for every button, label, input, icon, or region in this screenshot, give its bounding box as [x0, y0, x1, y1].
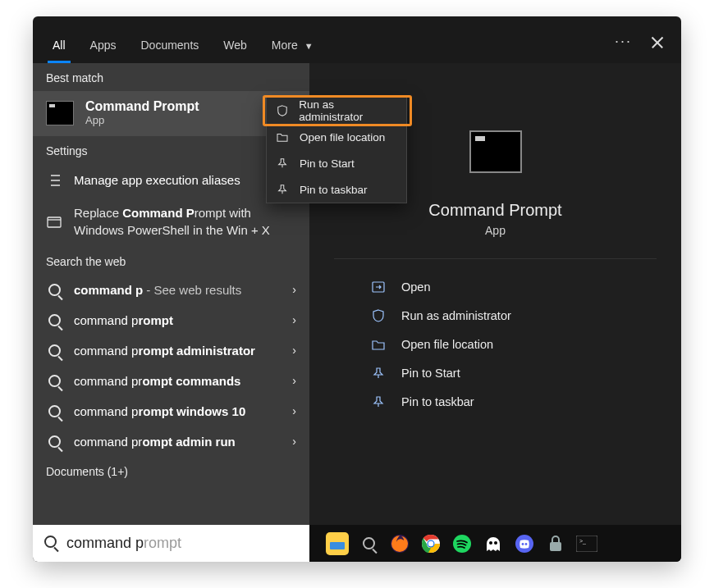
- web-result[interactable]: command prompt windows 10 ›: [33, 396, 309, 426]
- tab-web[interactable]: Web: [220, 39, 250, 63]
- svg-point-17: [494, 541, 497, 545]
- action-open[interactable]: Open: [372, 272, 665, 301]
- svg-rect-6: [48, 217, 61, 227]
- action-pin-taskbar[interactable]: Pin to taskbar: [372, 387, 665, 416]
- tab-more[interactable]: More ▼: [268, 39, 317, 63]
- web-result-label: command prompt administrator: [74, 344, 281, 358]
- web-result[interactable]: command prompt commands ›: [33, 366, 309, 396]
- search-icon: [46, 375, 62, 387]
- preview-subtitle: App: [309, 224, 681, 237]
- search-icon: [46, 405, 62, 417]
- chevron-right-icon: ›: [292, 435, 296, 448]
- ctx-label: Open file location: [300, 131, 385, 144]
- search-icon: [46, 284, 62, 296]
- best-match-heading: Best match: [33, 63, 309, 91]
- taskbar: >_: [309, 525, 681, 562]
- file-explorer-icon[interactable]: [326, 532, 349, 555]
- chevron-right-icon: ›: [292, 313, 296, 326]
- web-result-label: command prompt commands: [74, 374, 281, 388]
- ctx-label: Run as administrator: [299, 98, 396, 123]
- ctx-run-admin[interactable]: Run as administrator: [267, 98, 406, 124]
- ctx-label: Pin to taskbar: [300, 184, 368, 196]
- search-icon: [44, 536, 57, 552]
- pin-icon: [372, 367, 387, 380]
- ctx-pin-start[interactable]: Pin to Start: [267, 150, 406, 176]
- action-label: Run as administrator: [401, 309, 511, 322]
- action-pin-start[interactable]: Pin to Start: [372, 358, 665, 387]
- chrome-icon[interactable]: [419, 532, 442, 555]
- preview-actions: Open Run as administrator Open file loca…: [372, 272, 665, 416]
- web-result-label: command prompt admin run: [74, 435, 281, 449]
- list-icon: [46, 174, 62, 187]
- web-result-label: command p - See web results: [74, 283, 281, 297]
- search-icon: [46, 435, 62, 448]
- ctx-label: Pin to Start: [300, 157, 355, 170]
- svg-rect-21: [550, 542, 561, 551]
- best-match-title: Command Prompt: [85, 99, 199, 114]
- chevron-right-icon: ›: [292, 374, 296, 387]
- ghost-icon[interactable]: [482, 532, 505, 555]
- lock-icon[interactable]: [544, 532, 567, 555]
- discord-icon[interactable]: [513, 532, 536, 555]
- svg-point-20: [525, 543, 528, 545]
- action-open-location[interactable]: Open file location: [372, 330, 665, 358]
- spotify-icon[interactable]: [451, 532, 474, 555]
- command-prompt-icon: [469, 130, 522, 173]
- svg-point-16: [489, 541, 492, 545]
- svg-text:>_: >_: [579, 538, 586, 545]
- shield-icon: [277, 105, 289, 116]
- svg-point-14: [428, 540, 434, 546]
- folder-icon: [277, 132, 290, 142]
- search-input[interactable]: command prompt: [33, 525, 309, 562]
- ctx-open-location[interactable]: Open file location: [267, 124, 406, 150]
- pin-icon: [277, 157, 290, 169]
- preview-title: Command Prompt: [309, 201, 681, 220]
- chevron-right-icon: ›: [292, 404, 296, 417]
- settings-item-label: Replace Command Prompt with Windows Powe…: [74, 205, 296, 239]
- context-menu: Run as administrator Open file location …: [266, 97, 407, 203]
- settings-item[interactable]: Replace Command Prompt with Windows Powe…: [33, 197, 309, 247]
- tab-more-label: More: [272, 39, 298, 52]
- web-result[interactable]: command prompt administrator ›: [33, 335, 309, 366]
- firefox-icon[interactable]: [388, 532, 411, 555]
- best-match-subtitle: App: [85, 114, 199, 126]
- separator: [334, 258, 657, 259]
- chevron-right-icon: ›: [292, 283, 296, 296]
- search-icon: [46, 344, 62, 357]
- search-taskbar-icon[interactable]: [357, 532, 380, 555]
- web-result-label: command prompt: [74, 313, 281, 327]
- chevron-down-icon: ▼: [304, 41, 314, 51]
- pin-icon: [372, 395, 387, 408]
- svg-rect-10: [330, 542, 345, 549]
- close-button[interactable]: [650, 35, 665, 50]
- start-search-window: All Apps Documents Web More ▼ ··· Best m…: [33, 16, 681, 562]
- web-result[interactable]: command prompt ›: [33, 305, 309, 335]
- documents-heading: Documents (1+): [33, 457, 309, 485]
- tab-all[interactable]: All: [49, 39, 69, 63]
- action-label: Pin to taskbar: [401, 395, 474, 408]
- terminal-icon[interactable]: >_: [575, 532, 598, 555]
- tab-documents[interactable]: Documents: [137, 39, 202, 63]
- action-label: Open file location: [401, 338, 493, 351]
- pin-icon: [277, 184, 290, 195]
- open-icon: [372, 281, 387, 293]
- tab-apps[interactable]: Apps: [87, 39, 120, 63]
- command-prompt-icon: [46, 101, 74, 125]
- folder-icon: [372, 339, 387, 350]
- shield-icon: [372, 309, 387, 322]
- action-label: Pin to Start: [401, 367, 460, 380]
- web-result[interactable]: command p - See web results ›: [33, 275, 309, 305]
- svg-point-19: [522, 543, 524, 545]
- action-label: Open: [401, 280, 430, 294]
- search-icon: [46, 314, 62, 326]
- more-options-button[interactable]: ···: [615, 33, 632, 63]
- action-run-admin[interactable]: Run as administrator: [372, 301, 665, 330]
- window-icon: [46, 217, 62, 228]
- ctx-pin-taskbar[interactable]: Pin to taskbar: [267, 176, 406, 203]
- search-tabs: All Apps Documents Web More ▼ ···: [33, 16, 681, 63]
- search-text: command prompt: [66, 535, 181, 552]
- web-result-label: command prompt windows 10: [74, 404, 281, 418]
- web-result[interactable]: command prompt admin run ›: [33, 426, 309, 457]
- chevron-right-icon: ›: [292, 344, 296, 357]
- settings-item-label: Manage app execution aliases: [74, 172, 296, 189]
